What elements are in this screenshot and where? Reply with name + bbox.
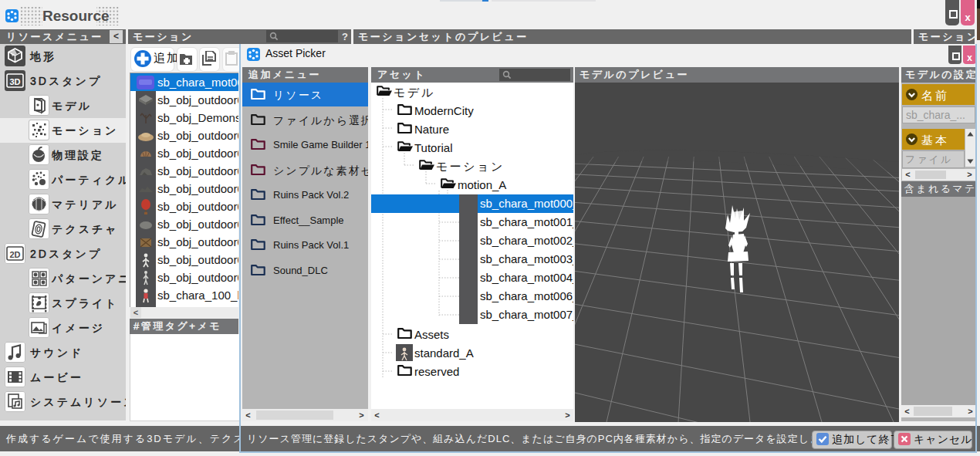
svg-text:3D: 3D xyxy=(9,77,20,86)
svg-text:2D: 2D xyxy=(9,250,20,259)
